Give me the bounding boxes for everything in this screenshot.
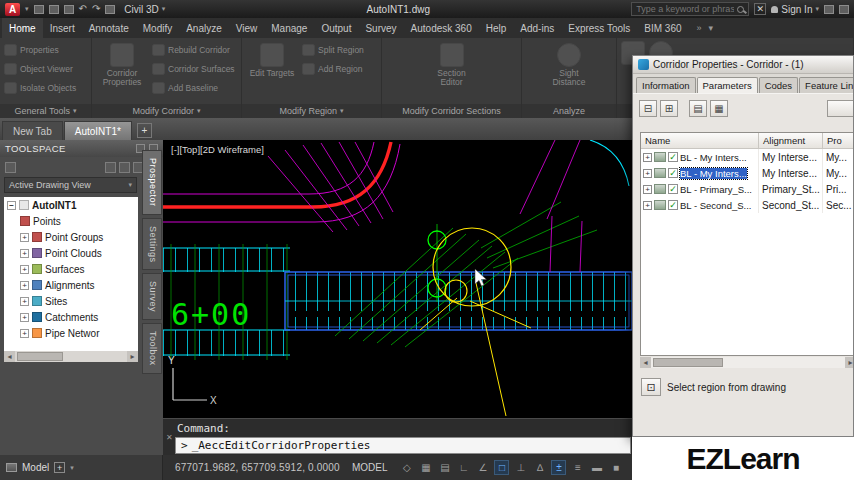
column-alignment[interactable]: Alignment	[759, 133, 823, 148]
ribbon-overflow-icon[interactable]: »	[697, 23, 702, 33]
model-tab[interactable]: Model	[22, 462, 49, 473]
scrollbar-thumb[interactable]	[17, 352, 63, 361]
baseline-checkbox[interactable]: ✓	[668, 184, 678, 194]
set-all-targets-button[interactable]	[827, 100, 854, 117]
ribbon-tab-help[interactable]: Help	[479, 18, 514, 38]
ribbon-tab-annotate[interactable]: Annotate	[82, 18, 136, 38]
tree-item-sites[interactable]: + Sites	[4, 293, 138, 309]
expand-icon[interactable]: +	[20, 297, 29, 306]
tab-prospector[interactable]: Prospector	[142, 150, 162, 215]
sight-distance-button[interactable]: Sight Distance	[543, 41, 595, 104]
corridor-properties-button[interactable]: Corridor Properties	[96, 41, 148, 104]
column-name[interactable]: Name	[641, 133, 759, 148]
rebuild-corridor-button[interactable]: Rebuild Corridor	[152, 41, 235, 58]
doc-tab-new-tab[interactable]: New Tab	[2, 121, 63, 140]
corridor-surfaces-button[interactable]: Corridor Surfaces	[152, 60, 235, 77]
lineweight-icon[interactable]: ≡	[570, 460, 585, 475]
panel-label-general-tools[interactable]: General Tools▾	[0, 104, 91, 118]
toolspace-view-icon[interactable]	[5, 162, 16, 173]
dynamic-ucs-icon[interactable]: ∆	[532, 460, 547, 475]
scroll-left-icon[interactable]: ◂	[640, 357, 651, 368]
tab-codes[interactable]: Codes	[759, 77, 798, 93]
tree-item-point-groups[interactable]: + Point Groups	[4, 229, 138, 245]
add-region-button[interactable]: ▦	[710, 100, 728, 117]
search-input[interactable]	[636, 4, 734, 14]
plot-icon[interactable]	[105, 5, 115, 14]
layout-menu-chevron-icon[interactable]: ▾	[70, 464, 74, 472]
new-drawing-tab-button[interactable]: +	[137, 123, 152, 138]
search-icon[interactable]	[737, 6, 744, 13]
expand-icon[interactable]: +	[20, 233, 29, 242]
add-layout-button[interactable]: +	[54, 462, 65, 473]
undo-icon[interactable]: ↶	[79, 4, 87, 14]
isolate-objects-button[interactable]: Isolate Objects	[4, 79, 87, 96]
panorama-icon[interactable]	[119, 162, 130, 173]
tree-item-surfaces[interactable]: + Surfaces	[4, 261, 138, 277]
sign-in-button[interactable]: Sign In ▾	[771, 4, 819, 15]
select-region-button[interactable]: ⊡	[641, 378, 661, 396]
ribbon-tab-express-tools[interactable]: Express Tools	[561, 18, 637, 38]
expand-icon[interactable]: +	[20, 281, 29, 290]
ribbon-tab-bim360[interactable]: BIM 360	[637, 18, 688, 38]
dialog-title-bar[interactable]: Corridor Properties - Corridor - (1)	[633, 56, 853, 74]
expand-icon[interactable]: +	[643, 185, 652, 194]
edit-targets-button[interactable]: Edit Targets	[246, 41, 298, 104]
search-box[interactable]	[631, 2, 749, 16]
add-region-button[interactable]: Add Region	[302, 60, 364, 77]
command-close-icon[interactable]: ✕	[166, 433, 173, 442]
snap-mode-icon[interactable]: ▦	[418, 460, 433, 475]
exchange-icon[interactable]: ✕	[754, 3, 766, 15]
table-row[interactable]: +✓BL - My Inters... My Interse... My...	[641, 149, 854, 165]
tab-parameters[interactable]: Parameters	[697, 77, 758, 93]
drawing-canvas[interactable]: 6+00	[163, 140, 632, 418]
tree-item-points[interactable]: Points	[4, 213, 138, 229]
split-region-button[interactable]: Split Region	[302, 41, 364, 58]
tree-item-drawing[interactable]: − AutoINT1	[4, 197, 138, 213]
grid-horizontal-scrollbar[interactable]: ◂ ▸	[640, 357, 854, 368]
tree-item-pipe-networks[interactable]: + Pipe Networ	[4, 325, 138, 341]
panel-label-modify-region[interactable]: Modify Region▾	[242, 104, 381, 118]
ribbon-tab-insert[interactable]: Insert	[43, 18, 82, 38]
quick-properties-icon[interactable]: ■	[608, 460, 623, 475]
space-indicator[interactable]: MODEL	[352, 462, 388, 473]
expand-icon[interactable]: +	[643, 201, 652, 210]
exchange-apps-icon[interactable]	[824, 5, 834, 14]
help-icon[interactable]	[839, 5, 849, 14]
command-line-window[interactable]: ✕ Command: > _AeccEditCorridorProperties	[163, 418, 632, 455]
baseline-checkbox[interactable]: ✓	[668, 152, 678, 162]
add-baseline-button[interactable]: ▤	[689, 100, 707, 117]
tab-feature-lines[interactable]: Feature Lines	[799, 77, 854, 93]
layout-grid-icon[interactable]	[6, 463, 17, 472]
scroll-right-icon[interactable]: ▸	[127, 351, 138, 362]
baseline-checkbox[interactable]: ✓	[668, 200, 678, 210]
view-selector-dropdown[interactable]: Active Drawing View ▾	[4, 177, 137, 193]
column-profile[interactable]: Pro	[823, 133, 854, 148]
add-baseline-button[interactable]: Add Baseline	[152, 79, 235, 96]
transparency-icon[interactable]: ▬	[589, 460, 604, 475]
collapse-all-button[interactable]: ⊟	[639, 100, 657, 117]
object-snap-icon[interactable]: □	[494, 460, 509, 475]
ribbon-tab-addins[interactable]: Add-ins	[513, 18, 561, 38]
tab-toolbox[interactable]: Toolbox	[142, 323, 162, 374]
ribbon-tab-manage[interactable]: Manage	[264, 18, 314, 38]
toolspace-horizontal-scrollbar[interactable]: ◂ ▸	[4, 351, 138, 362]
scroll-right-icon[interactable]: ▸	[845, 357, 854, 368]
expand-icon[interactable]: +	[20, 329, 29, 338]
grid-display-icon[interactable]: ▤	[437, 460, 452, 475]
scrollbar-thumb[interactable]	[653, 358, 723, 367]
ribbon-tab-analyze[interactable]: Analyze	[179, 18, 229, 38]
expand-icon[interactable]: +	[20, 313, 29, 322]
app-logo-icon[interactable]: A	[5, 3, 20, 16]
ortho-mode-icon[interactable]: ∟	[456, 460, 471, 475]
workspace-switcher[interactable]: Civil 3D ▾	[124, 4, 165, 15]
expand-icon[interactable]: +	[643, 169, 652, 178]
expand-icon[interactable]: +	[20, 249, 29, 258]
tree-item-point-clouds[interactable]: + Point Clouds	[4, 245, 138, 261]
dynamic-input-icon[interactable]: ±	[551, 460, 566, 475]
expand-icon[interactable]: +	[643, 153, 652, 162]
drawing-area[interactable]: [-][Top][2D Wireframe]	[163, 140, 632, 418]
app-menu-chevron-icon[interactable]: ▾	[25, 5, 29, 13]
table-row[interactable]: +✓BL - My Inters... My Interse... My...	[641, 165, 854, 181]
tree-item-catchments[interactable]: + Catchments	[4, 309, 138, 325]
polar-tracking-icon[interactable]: ∠	[475, 460, 490, 475]
